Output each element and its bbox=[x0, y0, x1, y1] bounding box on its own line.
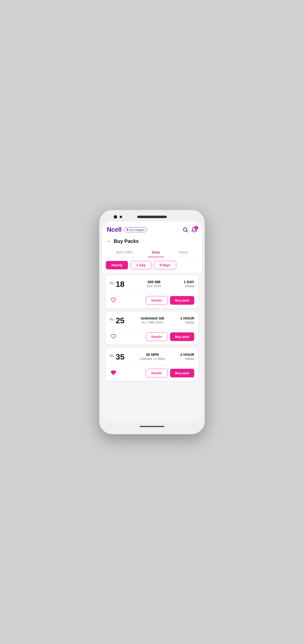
validity-label-2: 1 HOUR bbox=[180, 316, 194, 320]
camera-dot bbox=[114, 215, 117, 218]
data-sub-3: Unlimited 1.5 Mbps bbox=[125, 357, 180, 360]
notch-pill bbox=[137, 216, 167, 218]
details-button-3[interactable]: Details bbox=[146, 369, 168, 378]
main-tabs: Best Offer Data Voice bbox=[102, 248, 202, 258]
home-indicator bbox=[140, 426, 164, 427]
page-title: Buy Packs bbox=[114, 238, 139, 244]
data-sub-2: ALL TIME DATA bbox=[125, 321, 180, 324]
action-buttons-1: Details Buy pack bbox=[146, 296, 194, 305]
pack-validity-3: 2 HOUR Validity bbox=[180, 352, 194, 360]
price-amount-2: 25 bbox=[116, 316, 125, 325]
buy-button-2[interactable]: Buy pack bbox=[170, 332, 194, 341]
buy-button-1[interactable]: Buy pack bbox=[170, 296, 194, 305]
pack-card-2: Rs. 25 Unlimited GB ALL TIME DATA 1 HOUR… bbox=[106, 312, 198, 344]
phone-screen: Ncell Live Support bbox=[102, 221, 202, 423]
svg-line-1 bbox=[187, 231, 188, 232]
price-prefix-1: Rs. bbox=[110, 281, 115, 285]
live-support-label: Live Support bbox=[129, 228, 145, 231]
price-prefix-2: Rs. bbox=[110, 318, 115, 321]
price-amount-1: 18 bbox=[116, 280, 125, 288]
back-button[interactable]: ← bbox=[107, 239, 111, 244]
pack-divider-2 bbox=[110, 329, 194, 330]
favorite-button-1[interactable] bbox=[110, 296, 117, 304]
pack-price-3: Rs. 35 bbox=[110, 352, 125, 362]
filter-pills: Hourly 1 Day 3 Days bbox=[102, 258, 202, 273]
pack-data-info-2: Unlimited GB ALL TIME DATA bbox=[125, 316, 180, 324]
pack-price-2: Rs. 25 bbox=[110, 316, 125, 325]
action-buttons-3: Details Buy pack bbox=[146, 369, 194, 378]
pack-actions-1: Details Buy pack bbox=[110, 296, 194, 305]
pack-actions-2: Details Buy pack bbox=[110, 332, 194, 341]
pack-divider-3 bbox=[110, 366, 194, 366]
live-support-badge[interactable]: Live Support bbox=[124, 227, 147, 232]
pack-top-2: Rs. 25 Unlimited GB ALL TIME DATA 1 HOUR… bbox=[110, 316, 194, 325]
price-prefix-3: Rs. bbox=[110, 354, 115, 358]
pack-price-1: Rs. 18 bbox=[110, 280, 125, 289]
tab-voice[interactable]: Voice bbox=[175, 248, 192, 257]
live-indicator-dot bbox=[127, 229, 128, 230]
heart-icon-3 bbox=[111, 370, 116, 376]
pack-actions-3: Details Buy pack bbox=[110, 369, 194, 378]
filter-3days[interactable]: 3 Days bbox=[154, 261, 176, 269]
phone-bottom-bar bbox=[102, 423, 202, 432]
pack-divider-1 bbox=[110, 293, 194, 293]
phone-frame: Ncell Live Support bbox=[99, 210, 205, 434]
details-button-2[interactable]: Details bbox=[146, 332, 168, 341]
validity-label-3: 2 HOUR bbox=[180, 352, 194, 356]
pack-card-3: Rs. 35 35 NPR Unlimited 1.5 Mbps 2 HOUR … bbox=[106, 348, 198, 381]
validity-sub-1: Validity bbox=[184, 284, 194, 288]
heart-icon-2 bbox=[111, 334, 116, 339]
pack-data-info-1: 500 MB DAY DATA bbox=[125, 280, 184, 288]
search-icon bbox=[182, 227, 188, 233]
pack-validity-2: 1 HOUR Validity bbox=[180, 316, 194, 324]
notification-badge: 7 bbox=[194, 226, 198, 230]
search-button[interactable] bbox=[182, 227, 188, 233]
validity-label-1: 1 DAY bbox=[184, 280, 194, 284]
favorite-button-3[interactable] bbox=[110, 369, 117, 377]
pack-data-info-3: 35 NPR Unlimited 1.5 Mbps bbox=[125, 352, 180, 360]
pack-top-3: Rs. 35 35 NPR Unlimited 1.5 Mbps 2 HOUR … bbox=[110, 352, 194, 362]
packs-container: Rs. 18 500 MB DAY DATA 1 DAY Validity bbox=[102, 273, 202, 423]
app-logo: Ncell bbox=[107, 226, 122, 234]
filter-hourly[interactable]: Hourly bbox=[106, 261, 128, 269]
filter-1day[interactable]: 1 Day bbox=[130, 261, 151, 269]
validity-sub-3: Validity bbox=[180, 357, 194, 360]
heart-icon-1 bbox=[111, 297, 116, 303]
pack-card-1: Rs. 18 500 MB DAY DATA 1 DAY Validity bbox=[106, 275, 198, 308]
header-right: 7 bbox=[182, 227, 197, 233]
page-title-bar: ← Buy Packs bbox=[102, 236, 202, 248]
data-label-3: 35 NPR bbox=[125, 352, 180, 356]
tab-data[interactable]: Data bbox=[148, 248, 164, 257]
buy-button-3[interactable]: Buy pack bbox=[170, 369, 194, 378]
svg-point-0 bbox=[183, 228, 187, 231]
action-buttons-2: Details Buy pack bbox=[146, 332, 194, 341]
phone-top-bar bbox=[102, 212, 202, 221]
notification-button[interactable]: 7 bbox=[191, 227, 197, 233]
tab-best-offer[interactable]: Best Offer bbox=[112, 248, 137, 257]
data-sub-1: DAY DATA bbox=[125, 284, 184, 288]
pack-validity-1: 1 DAY Validity bbox=[184, 280, 194, 288]
pack-top-1: Rs. 18 500 MB DAY DATA 1 DAY Validity bbox=[110, 280, 194, 289]
data-label-2: Unlimited GB bbox=[125, 316, 180, 320]
price-amount-3: 35 bbox=[116, 352, 125, 361]
sensor-dot bbox=[120, 216, 122, 218]
details-button-1[interactable]: Details bbox=[146, 296, 168, 305]
validity-sub-2: Validity bbox=[180, 321, 194, 324]
app-header: Ncell Live Support bbox=[102, 221, 202, 236]
favorite-button-2[interactable] bbox=[110, 333, 117, 341]
header-left: Ncell Live Support bbox=[107, 226, 147, 234]
data-label-1: 500 MB bbox=[125, 280, 184, 284]
